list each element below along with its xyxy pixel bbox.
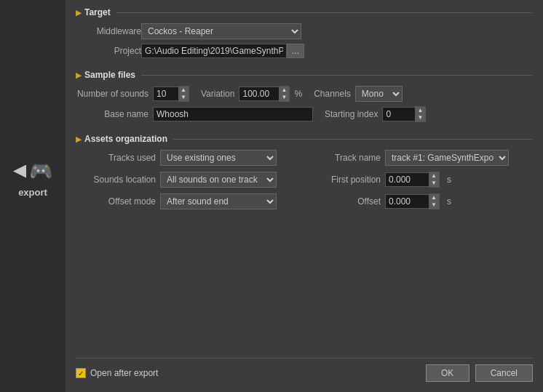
assets-line [173,139,533,140]
target-section-line [116,12,533,13]
export-icon-group: 🎮 export [13,160,52,198]
bottom-bar: ✓ Open after export OK Cancel [76,358,533,385]
sample-files-title: ▶ Sample files [76,70,135,80]
offset-mode-label: Offset mode [83,196,156,207]
arrow-left-icon [13,165,26,178]
first-position-spinner: ▲ ▼ [385,172,440,188]
offset-row: Offset ▲ ▼ s [315,193,533,209]
assets-title: ▶ Assets organization [76,134,167,144]
offset-up[interactable]: ▲ [429,194,439,201]
sounds-location-row: Sounds location All sounds on one track … [83,172,301,188]
tracks-used-label: Tracks used [83,153,156,163]
target-section-header: ▶ Target [76,7,533,17]
open-after-export-checkbox[interactable]: ✓ [76,368,86,378]
starting-index-down[interactable]: ▼ [415,114,425,121]
variation-input[interactable] [239,87,279,101]
track-name-label: Track name [315,153,381,163]
starting-index-label: Starting index [325,109,378,119]
sample-files-row2: Base name Starting index ▲ ▼ [76,106,533,122]
first-position-input[interactable] [385,172,429,187]
target-section-title: ▶ Target [76,7,111,17]
track-name-select[interactable]: track #1: GameSynthExports track #2 [385,150,509,166]
open-after-export-label[interactable]: ✓ Open after export [76,368,158,378]
assets-header: ▶ Assets organization [76,134,533,144]
sample-files-row1: Number of sounds ▲ ▼ Variation ▲ ▼ % Cha… [76,86,533,102]
target-section: ▶ Target Middleware Cockos - Reaper FMOD… [76,7,533,63]
tracks-used-select[interactable]: Use existing ones Create new ones [160,150,277,166]
variation-spinner: ▲ ▼ [239,86,290,102]
offset-spinbtns: ▲ ▼ [429,193,440,209]
first-position-label: First position [315,175,381,185]
num-sounds-down[interactable]: ▼ [178,94,189,101]
track-name-row: Track name track #1: GameSynthExports tr… [315,150,533,166]
channels-label: Channels [314,89,351,99]
basename-input[interactable] [153,107,313,121]
middleware-label: Middleware [76,26,141,36]
project-input[interactable] [141,44,287,58]
sample-files-header: ▶ Sample files [76,70,533,80]
main-content: ▶ Target Middleware Cockos - Reaper FMOD… [66,0,543,392]
spacer [76,217,533,358]
starting-index-input[interactable] [382,107,415,121]
assets-left-col: Tracks used Use existing ones Create new… [83,150,301,209]
offset-suffix: s [447,196,451,207]
variation-suffix: % [294,89,302,99]
tracks-used-row: Tracks used Use existing ones Create new… [83,150,301,166]
open-after-export-text: Open after export [90,368,158,378]
starting-index-spinbtns: ▲ ▼ [415,106,426,122]
target-arrow-icon: ▶ [76,9,82,17]
offset-mode-select[interactable]: After sound end After sound start [160,193,277,209]
offset-spinner: ▲ ▼ [385,193,440,209]
sample-files-line [141,75,533,76]
sample-files-section: ▶ Sample files Number of sounds ▲ ▼ Vari… [76,70,533,127]
offset-down[interactable]: ▼ [429,201,439,209]
num-sounds-input[interactable] [153,87,178,101]
offset-label: Offset [315,196,381,207]
sidebar: 🎮 export [0,0,66,392]
variation-up[interactable]: ▲ [279,87,289,94]
middleware-row: Middleware Cockos - Reaper FMOD Wwise [76,23,533,39]
assets-grid: Tracks used Use existing ones Create new… [76,150,533,209]
basename-label: Base name [76,109,148,119]
starting-index-up[interactable]: ▲ [415,107,425,114]
assets-section: ▶ Assets organization Tracks used Use ex… [76,134,533,209]
bottom-buttons: OK Cancel [426,364,533,382]
num-sounds-spinbtns: ▲ ▼ [178,86,189,102]
offset-input[interactable] [385,194,429,209]
sample-arrow-icon: ▶ [76,71,82,79]
export-arrows: 🎮 [13,160,52,183]
variation-label: Variation [201,89,234,99]
assets-right-col: Track name track #1: GameSynthExports tr… [315,150,533,209]
firstpos-spinbtns: ▲ ▼ [429,172,440,188]
sounds-location-label: Sounds location [83,175,156,185]
variation-spinbtns: ▲ ▼ [279,86,290,102]
browse-button[interactable]: ... [287,44,304,58]
middleware-select[interactable]: Cockos - Reaper FMOD Wwise [141,23,301,39]
num-sounds-label: Number of sounds [76,89,148,99]
firstpos-up[interactable]: ▲ [429,172,439,180]
project-row: Project ... [76,44,533,58]
first-position-row: First position ▲ ▼ s [315,172,533,188]
offset-mode-row: Offset mode After sound end After sound … [83,193,301,209]
variation-down[interactable]: ▼ [279,94,289,101]
first-position-suffix: s [447,175,451,185]
firstpos-down[interactable]: ▼ [429,180,439,187]
channels-select[interactable]: Mono Stereo [355,86,403,102]
ok-button[interactable]: OK [426,364,469,382]
assets-arrow-icon: ▶ [76,135,82,143]
num-sounds-up[interactable]: ▲ [178,87,189,94]
sounds-location-select[interactable]: All sounds on one track One track per so… [160,172,277,188]
num-sounds-spinner: ▲ ▼ [153,86,189,102]
starting-index-spinner: ▲ ▼ [382,106,426,122]
gamepad-icon: 🎮 [29,160,52,183]
sidebar-label: export [18,187,47,198]
cancel-button[interactable]: Cancel [475,364,533,382]
project-label: Project [76,46,141,56]
